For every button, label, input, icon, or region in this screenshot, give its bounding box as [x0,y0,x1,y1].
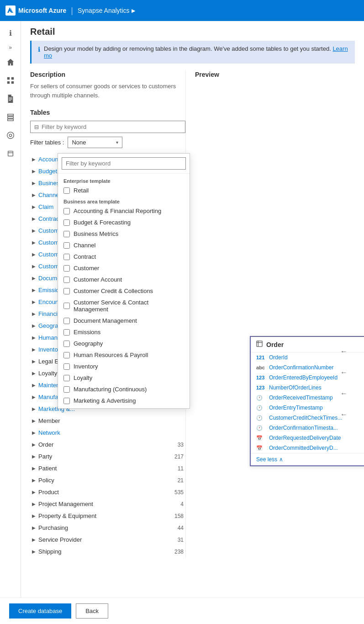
table-name: Network [38,429,184,436]
order-card-title: Order [266,341,284,348]
table-row-patient[interactable]: ▶ Patient 11 [30,463,185,475]
dropdown-item-inventory[interactable]: Inventory [58,361,190,372]
dropdown-item-contract[interactable]: Contract [58,251,190,262]
sidebar-icon-chart[interactable] [2,127,19,144]
table-row-order[interactable]: ▶ Order 33 [30,439,185,451]
checkbox-bizmetrics[interactable] [63,231,70,237]
table-name: Property & Equipment [38,512,170,519]
table-count: 158 [170,513,184,519]
description-body: For sellers of consumer goods or service… [30,82,185,100]
field-name: OrderRequestedDeliveryDate [269,435,364,441]
top-bar: Microsoft Azure | Synapse Analytics ▶ [0,0,364,21]
dropdown-item-customerservice[interactable]: Customer Service & Contact Management [58,297,190,315]
dropdown-item-label: Geography [74,340,103,347]
checkbox-retail[interactable] [63,187,70,194]
checkbox-marketing[interactable] [63,398,70,404]
checkbox-docmgmt[interactable] [63,318,70,324]
calendar-icon: 📅 [256,445,266,451]
row-chevron-icon: ▶ [32,252,36,257]
sidebar-expand[interactable]: » [2,43,19,52]
checkbox-customercredit[interactable] [63,288,70,294]
checkbox-customer[interactable] [63,265,70,272]
table-row-shipping[interactable]: ▶ Shipping 238 [30,546,185,558]
row-chevron-icon: ▶ [32,537,36,542]
field-name: OrderCommittedDeliveryD... [269,445,364,451]
checkbox-geography[interactable] [63,341,70,347]
row-chevron-icon: ▶ [32,406,36,411]
sidebar-icon-doc[interactable] [2,91,19,107]
checkbox-channel[interactable] [63,242,70,249]
dropdown-item-retail[interactable]: Retail [58,185,190,196]
checkbox-contract[interactable] [63,254,70,260]
table-row-property[interactable]: ▶ Property & Equipment 158 [30,510,185,522]
dropdown-item-manufacturing[interactable]: Manufacturing (Continuous) [58,384,190,395]
checkbox-inventory[interactable] [63,363,70,370]
row-chevron-icon: ▶ [32,169,36,174]
checkbox-customeraccount[interactable] [63,277,70,283]
dropdown-item-hr[interactable]: Human Resources & Payroll [58,349,190,361]
row-chevron-icon: ▶ [32,383,36,388]
table-name: Patient [38,465,170,472]
row-chevron-icon: ▶ [32,442,36,447]
dropdown-item-customercredit[interactable]: Customer Credit & Collections [58,285,190,297]
filter-keyword-icon: ⊟ [34,124,39,130]
dropdown-item-geography[interactable]: Geography [58,338,190,349]
table-row-party[interactable]: ▶ Party 217 [30,451,185,463]
table-name: Order [38,441,170,448]
table-name: Shipping [38,548,170,555]
dropdown-item-label: Customer [74,265,99,272]
dropdown-item-bizmetrics[interactable]: Business Metrics [58,228,190,240]
see-less-button[interactable]: See less ∧ [256,456,364,463]
dropdown-item-emissions[interactable]: Emissions [58,326,190,338]
table-row-policy[interactable]: ▶ Policy 21 [30,475,185,486]
chevron-up-icon: ∧ [279,456,283,463]
dropdown-item-budget[interactable]: Budget & Forecasting [58,217,190,228]
dropdown-item-accounting[interactable]: Accounting & Financial Reporting [58,205,190,217]
field-name: OrderConfirmationTimesta... [269,425,364,431]
sidebar-icon-info[interactable]: ℹ [2,25,19,41]
filter-tables-dropdown[interactable]: None ▾ [68,137,122,148]
table-name: Product [38,489,170,496]
dropdown-search-input[interactable] [62,157,186,170]
svg-point-12 [7,132,13,139]
azure-logo-area: Microsoft Azure [5,5,66,16]
table-row-serviceprovider[interactable]: ▶ Service Provider 31 [30,534,185,546]
checkbox-customerservice[interactable] [63,303,70,309]
filter-input-wrap[interactable]: ⊟ [30,121,185,133]
synapse-nav[interactable]: Synapse Analytics ▶ [78,7,135,14]
sidebar-icon-layers[interactable] [2,109,19,125]
checkbox-loyalty[interactable] [63,375,70,381]
sidebar-icon-brief[interactable] [2,145,19,162]
tables-label: Tables [30,109,185,116]
table-row-purchasing[interactable]: ▶ Purchasing 44 [30,522,185,534]
dropdown-item-marketing[interactable]: Marketing & Advertising [58,395,190,406]
dropdown-item-customeraccount[interactable]: Customer Account [58,274,190,285]
field-type-label: 123 [256,385,266,390]
create-database-button[interactable]: Create database [21,603,71,619]
dropdown-item-label: Emissions [74,329,100,336]
table-row-member[interactable]: ▶ Member [30,415,185,427]
table-name: Purchasing [38,524,170,531]
table-count: 217 [170,453,184,460]
dropdown-item-loyalty[interactable]: Loyalty [58,372,190,384]
dropdown-item-docmgmt[interactable]: Document Management [58,315,190,326]
checkbox-hr[interactable] [63,352,70,358]
sidebar-icon-data[interactable] [2,72,19,89]
checkbox-emissions[interactable] [63,329,70,336]
svg-rect-3 [11,77,13,80]
svg-rect-16 [257,341,262,347]
dropdown-item-customer[interactable]: Customer [58,262,190,274]
back-button[interactable]: Back [76,603,108,619]
filter-keyword-input[interactable] [42,123,181,130]
checkbox-budget[interactable] [63,219,70,226]
table-row-product[interactable]: ▶ Product 535 [30,486,185,498]
checkbox-accounting[interactable] [63,208,70,214]
checkbox-manufacturing[interactable] [63,386,70,393]
row-chevron-icon: ▶ [32,311,36,316]
table-row-projectmgmt[interactable]: ▶ Project Management 4 [30,498,185,510]
calendar-icon: 📅 [256,435,266,441]
table-row-network[interactable]: ▶ Network [30,427,185,439]
sidebar-icon-home[interactable] [2,54,19,70]
dropdown-item-channel[interactable]: Channel [58,240,190,251]
order-field-confirmts: 🕐 OrderConfirmationTimesta... [251,423,364,433]
